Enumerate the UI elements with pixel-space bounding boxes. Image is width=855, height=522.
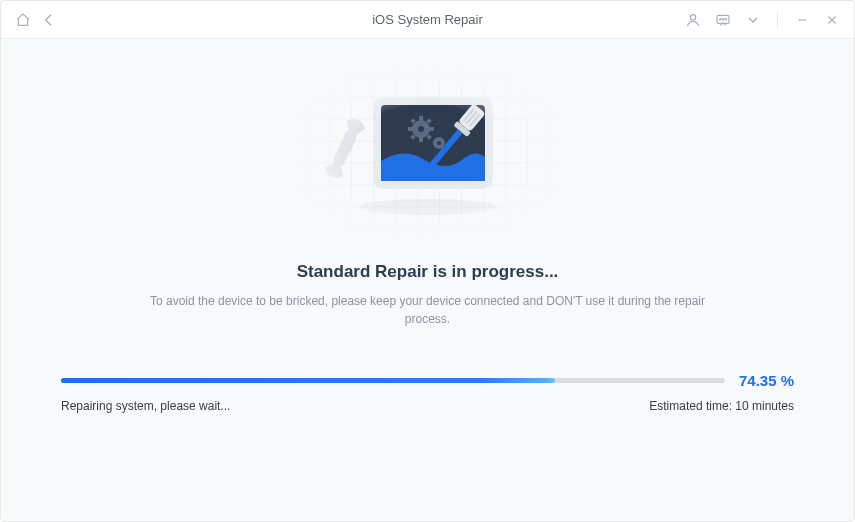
titlebar-separator — [777, 12, 778, 28]
svg-point-0 — [690, 14, 695, 19]
svg-rect-12 — [429, 127, 434, 131]
svg-rect-9 — [419, 116, 423, 121]
progress-bar — [61, 378, 725, 383]
repair-illustration — [298, 69, 558, 234]
status-left: Repairing system, please wait... — [61, 399, 230, 413]
titlebar-right-controls — [685, 12, 840, 28]
svg-rect-20 — [331, 127, 359, 168]
svg-point-19 — [437, 141, 441, 145]
progress-heading: Standard Repair is in progress... — [297, 262, 559, 282]
home-icon[interactable] — [15, 12, 31, 28]
status-row: Repairing system, please wait... Estimat… — [61, 399, 794, 413]
svg-point-17 — [418, 126, 424, 132]
chevron-down-icon[interactable] — [745, 12, 761, 28]
progress-fill — [61, 378, 555, 383]
feedback-icon[interactable] — [715, 12, 731, 28]
svg-point-3 — [722, 18, 723, 19]
svg-rect-10 — [419, 137, 423, 142]
close-icon[interactable] — [824, 12, 840, 28]
app-window: iOS System Repair — [0, 0, 855, 522]
svg-point-2 — [720, 18, 721, 19]
minimize-icon[interactable] — [794, 12, 810, 28]
main-content: Standard Repair is in progress... To avo… — [1, 39, 854, 521]
progress-subtext: To avoid the device to be bricked, pleas… — [148, 292, 708, 328]
svg-rect-11 — [408, 127, 413, 131]
back-icon[interactable] — [41, 12, 57, 28]
user-icon[interactable] — [685, 12, 701, 28]
svg-point-4 — [725, 18, 726, 19]
window-title: iOS System Repair — [372, 12, 483, 27]
titlebar-left-controls — [15, 12, 57, 28]
titlebar: iOS System Repair — [1, 1, 854, 39]
progress-percent: 74.35 % — [739, 372, 794, 389]
status-right: Estimated time: 10 minutes — [649, 399, 794, 413]
svg-point-5 — [358, 199, 498, 215]
progress-row: 74.35 % — [61, 372, 794, 389]
